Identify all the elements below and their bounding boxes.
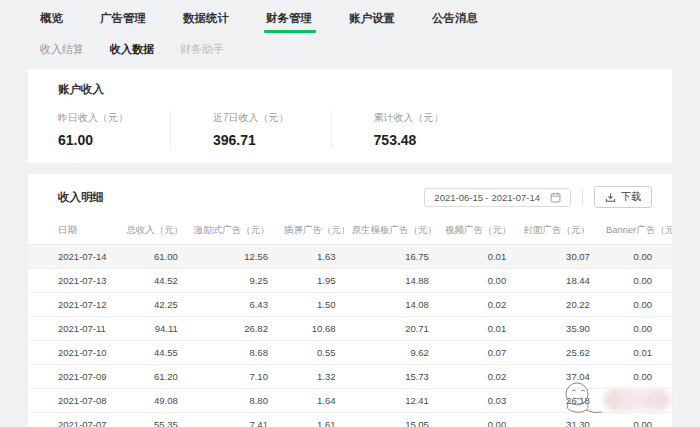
value-cell: 1.95 [276, 269, 344, 293]
account-income-title: 账户收入 [58, 82, 642, 97]
value-cell: 9.25 [186, 269, 276, 293]
value-cell: 25.62 [514, 341, 598, 365]
column-header: 总收入（元） [118, 218, 186, 245]
value-cell: 1.50 [276, 293, 344, 317]
value-cell: 0.00 [598, 365, 672, 389]
column-header: 激励式广告（元） [186, 218, 276, 245]
value-cell: 44.55 [118, 341, 186, 365]
value-cell: 20.71 [344, 317, 437, 341]
date-cell: 2021-07-14 [28, 245, 118, 269]
value-cell: 0.01 [598, 341, 672, 365]
value-cell: 37.04 [514, 365, 598, 389]
value-cell: 26.18 [514, 389, 598, 413]
value-cell: 30.07 [514, 245, 598, 269]
income-stat: 近7日收入（元）396.71 [170, 111, 331, 148]
nav-item[interactable]: 财务管理 [266, 11, 312, 33]
subnav-item[interactable]: 财务助手 [180, 42, 224, 57]
table-row: 2021-07-0849.088.801.6412.410.0326.180.0… [28, 389, 672, 413]
value-cell: 12.56 [186, 245, 276, 269]
value-cell: 0.00 [598, 317, 672, 341]
value-cell: 35.90 [514, 317, 598, 341]
date-cell: 2021-07-08 [28, 389, 118, 413]
date-range-picker[interactable]: 2021-06-15 - 2021-07-14 [424, 188, 571, 207]
value-cell: 0.01 [437, 245, 514, 269]
value-cell: 0.55 [276, 341, 344, 365]
value-cell: 7.41 [186, 413, 276, 427]
date-cell: 2021-07-09 [28, 365, 118, 389]
calendar-icon [550, 192, 561, 203]
income-stats: 昨日收入（元）61.00近7日收入（元）396.71累计收入（元）753.48 [58, 111, 642, 148]
divider [582, 189, 583, 205]
value-cell: 15.05 [344, 413, 437, 427]
download-button[interactable]: 下载 [594, 186, 652, 208]
date-cell: 2021-07-07 [28, 413, 118, 427]
column-header: 封面广告（元） [514, 218, 598, 245]
nav-item[interactable]: 广告管理 [100, 11, 146, 33]
download-label: 下载 [621, 190, 641, 204]
value-cell: 0.02 [437, 293, 514, 317]
value-cell: 42.25 [118, 293, 186, 317]
column-header: 插屏广告（元） [276, 218, 344, 245]
value-cell: 0.04 [598, 389, 672, 413]
value-cell: 49.08 [118, 389, 186, 413]
value-cell: 26.82 [186, 317, 276, 341]
table-row: 2021-07-0755.357.411.6115.050.0031.300.0… [28, 413, 672, 427]
value-cell: 8.80 [186, 389, 276, 413]
subnav-item[interactable]: 收入结算 [40, 42, 84, 57]
value-cell: 55.35 [118, 413, 186, 427]
value-cell: 0.00 [598, 293, 672, 317]
download-icon [605, 192, 616, 203]
value-cell: 7.10 [186, 365, 276, 389]
value-cell: 44.52 [118, 269, 186, 293]
income-detail-card: 收入明细 2021-06-15 - 2021-07-14 [28, 174, 672, 427]
value-cell: 1.64 [276, 389, 344, 413]
subnav-item[interactable]: 收入数据 [110, 42, 154, 57]
value-cell: 0.07 [437, 341, 514, 365]
value-cell: 15.73 [344, 365, 437, 389]
value-cell: 0.00 [437, 269, 514, 293]
sub-nav: 收入结算收入数据财务助手 [0, 33, 700, 69]
date-cell: 2021-07-11 [28, 317, 118, 341]
nav-item[interactable]: 账户设置 [349, 11, 395, 33]
income-stat: 昨日收入（元）61.00 [58, 111, 170, 148]
income-detail-title: 收入明细 [58, 190, 104, 205]
value-cell: 31.30 [514, 413, 598, 427]
value-cell: 6.43 [186, 293, 276, 317]
stat-value: 396.71 [213, 132, 289, 148]
value-cell: 0.00 [598, 413, 672, 427]
column-header: 视频广告（元） [437, 218, 514, 245]
value-cell: 16.75 [344, 245, 437, 269]
stat-label: 累计收入（元） [374, 111, 444, 125]
value-cell: 10.68 [276, 317, 344, 341]
column-header: Banner广告（元） [598, 218, 672, 245]
nav-item[interactable]: 数据统计 [183, 11, 229, 33]
stat-label: 昨日收入（元） [58, 111, 128, 125]
value-cell: 0.02 [437, 365, 514, 389]
top-nav: 概览广告管理数据统计财务管理账户设置公告消息 [0, 0, 700, 33]
nav-item[interactable]: 公告消息 [432, 11, 478, 33]
value-cell: 1.32 [276, 365, 344, 389]
income-table: 日期总收入（元）激励式广告（元）插屏广告（元）原生模板广告（元）视频广告（元）封… [28, 218, 672, 427]
stat-value: 61.00 [58, 132, 128, 148]
table-row: 2021-07-0961.207.101.3215.730.0237.040.0… [28, 365, 672, 389]
date-range-value: 2021-06-15 - 2021-07-14 [434, 192, 540, 203]
value-cell: 0.03 [437, 389, 514, 413]
table-row: 2021-07-1044.558.680.559.620.0725.620.01 [28, 341, 672, 365]
value-cell: 0.00 [598, 269, 672, 293]
value-cell: 20.22 [514, 293, 598, 317]
value-cell: 0.00 [598, 245, 672, 269]
value-cell: 1.61 [276, 413, 344, 427]
value-cell: 61.20 [118, 365, 186, 389]
value-cell: 9.62 [344, 341, 437, 365]
table-row: 2021-07-1461.0012.561.6316.750.0130.070.… [28, 245, 672, 269]
table-row: 2021-07-1242.256.431.5014.080.0220.220.0… [28, 293, 672, 317]
value-cell: 14.88 [344, 269, 437, 293]
stat-value: 753.48 [374, 132, 444, 148]
value-cell: 61.00 [118, 245, 186, 269]
account-income-card: 账户收入 昨日收入（元）61.00近7日收入（元）396.71累计收入（元）75… [28, 69, 672, 163]
date-cell: 2021-07-12 [28, 293, 118, 317]
table-row: 2021-07-1344.529.251.9514.880.0018.440.0… [28, 269, 672, 293]
table-row: 2021-07-1194.1126.8210.6820.710.0135.900… [28, 317, 672, 341]
nav-item[interactable]: 概览 [40, 11, 63, 33]
value-cell: 94.11 [118, 317, 186, 341]
